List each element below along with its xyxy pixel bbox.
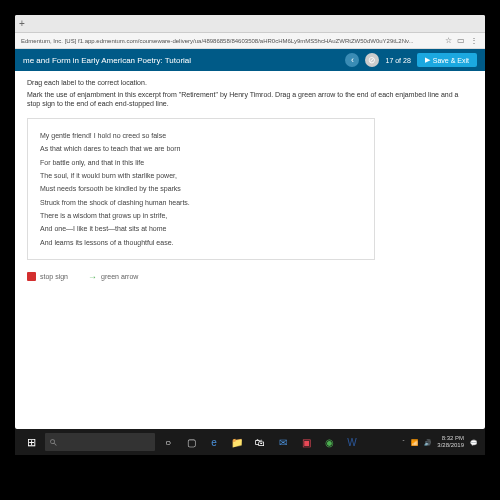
date-text: 3/28/2019 (437, 442, 464, 449)
poem-line: My gentle friend! I hold no creed so fal… (40, 129, 362, 142)
photos-icon[interactable]: ▣ (295, 431, 317, 453)
poem-line: The soul, if it would burn with starlike… (40, 169, 362, 182)
poem-line: And learns its lessons of a thoughtful e… (40, 236, 362, 249)
cortana-icon[interactable]: ○ (157, 431, 179, 453)
clock[interactable]: 8:32 PM 3/28/2019 (437, 435, 464, 449)
content-area: Drag each label to the correct location.… (15, 71, 485, 429)
word-icon[interactable]: W (341, 431, 363, 453)
lesson-title: me and Form in Early American Poetry: Tu… (23, 56, 191, 65)
poem-line: Struck from the shock of clashing human … (40, 196, 362, 209)
address-bar[interactable]: Edmentum, Inc. [US] f1.app.edmentum.com/… (15, 33, 485, 49)
taskbar-search[interactable] (45, 433, 155, 451)
chrome-icon[interactable]: ◉ (318, 431, 340, 453)
menu-icon[interactable]: ⋮ (469, 36, 479, 46)
volume-icon[interactable]: 🔊 (424, 439, 431, 446)
time-text: 8:32 PM (437, 435, 464, 442)
poem-line: As that which dares to teach that we are… (40, 142, 362, 155)
mail-icon[interactable]: ✉ (272, 431, 294, 453)
folder-icon[interactable]: 📁 (226, 431, 248, 453)
save-exit-button[interactable]: ▶ Save & Exit (417, 53, 477, 67)
poem-line: Must needs forsooth be kindled by the sp… (40, 182, 362, 195)
draggable-labels: stop sign → green arrow (27, 272, 473, 282)
progress-indicator: ⊘ (365, 53, 379, 67)
poem-line: There is a wisdom that grows up in strif… (40, 209, 362, 222)
tray-up-icon[interactable]: ˄ (402, 439, 405, 446)
poem-line: And one—I like it best—that sits at home (40, 222, 362, 235)
green-arrow-label[interactable]: → green arrow (88, 272, 138, 282)
save-icon: ▶ (425, 56, 430, 64)
start-button[interactable]: ⊞ (19, 431, 43, 453)
reader-icon[interactable]: ▭ (456, 36, 466, 46)
poem-line: For battle only, and that in this life (40, 156, 362, 169)
save-label: Save & Exit (433, 57, 469, 64)
new-tab-button[interactable]: + (19, 18, 25, 29)
arrow-icon: → (88, 272, 97, 282)
poem-container[interactable]: My gentle friend! I hold no creed so fal… (27, 118, 375, 260)
windows-taskbar: ⊞ ○ ▢ e 📁 🛍 ✉ ▣ ◉ W ˄ 📶 🔊 8:32 PM 3/28/2… (15, 429, 485, 455)
instruction-1: Drag each label to the correct location. (27, 79, 473, 86)
stop-sign-label[interactable]: stop sign (27, 272, 68, 281)
page-counter: 17 of 28 (385, 57, 410, 64)
bookmark-icon[interactable]: ☆ (443, 36, 453, 46)
url-text: Edmentum, Inc. [US] f1.app.edmentum.com/… (21, 38, 439, 44)
notifications-icon[interactable]: 💬 (470, 439, 477, 446)
stop-sign-icon (27, 272, 36, 281)
browser-tab-bar: + (15, 15, 485, 33)
store-icon[interactable]: 🛍 (249, 431, 271, 453)
lesson-header: me and Form in Early American Poetry: Tu… (15, 49, 485, 71)
stop-label-text: stop sign (40, 273, 68, 280)
instruction-2: Mark the use of enjambment in this excer… (27, 90, 473, 108)
arrow-label-text: green arrow (101, 273, 138, 280)
wifi-icon[interactable]: 📶 (411, 439, 418, 446)
search-icon (49, 438, 58, 447)
edge-icon[interactable]: e (203, 431, 225, 453)
taskview-icon[interactable]: ▢ (180, 431, 202, 453)
prev-button[interactable]: ‹ (345, 53, 359, 67)
